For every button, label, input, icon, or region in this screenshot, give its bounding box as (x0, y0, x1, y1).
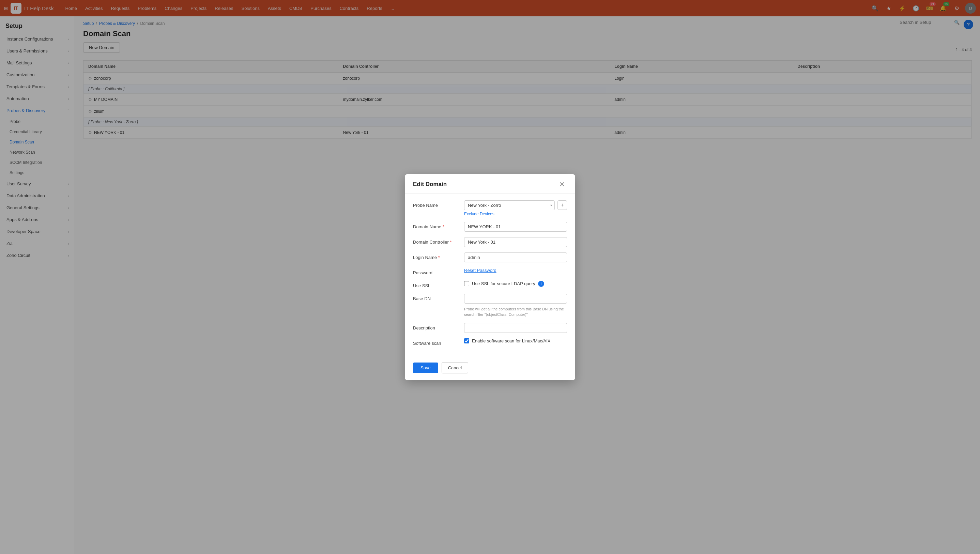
use-ssl-text: Use SSL for secure LDAP query (472, 281, 535, 286)
cancel-button[interactable]: Cancel (442, 362, 468, 373)
modal-overlay[interactable]: Edit Domain ✕ Probe Name New York - Zorr… (0, 0, 980, 554)
login-name-row: Login Name * (413, 253, 567, 262)
modal-title: Edit Domain (413, 181, 447, 188)
use-ssl-row: Use SSL Use SSL for secure LDAP query i (413, 281, 567, 288)
base-dn-row: Base DN Probe will get all the computers… (413, 294, 567, 318)
software-scan-row: Software scan Enable software scan for L… (413, 338, 567, 346)
modal-header: Edit Domain ✕ (405, 174, 575, 194)
domain-controller-row: Domain Controller * (413, 237, 567, 247)
probe-name-label: Probe Name (413, 201, 464, 208)
exclude-devices-link[interactable]: Exclude Devices (464, 212, 495, 217)
required-indicator: * (442, 224, 444, 229)
modal-close-button[interactable]: ✕ (557, 180, 567, 188)
use-ssl-label: Use SSL (413, 281, 464, 288)
software-scan-checkbox[interactable] (464, 338, 469, 344)
ssl-info-icon[interactable]: i (538, 281, 544, 287)
description-label: Description (413, 323, 464, 331)
required-indicator: * (438, 255, 440, 260)
reset-password-link[interactable]: Reset Password (464, 268, 496, 273)
domain-name-row: Domain Name * (413, 222, 567, 232)
probe-name-row: Probe Name New York - Zorro ▾ + Exclude … (413, 201, 567, 217)
domain-controller-input[interactable] (464, 237, 567, 247)
software-scan-label: Software scan (413, 338, 464, 346)
add-probe-button[interactable]: + (557, 201, 567, 210)
password-label: Password (413, 268, 464, 275)
login-name-label: Login Name * (413, 253, 464, 260)
save-button[interactable]: Save (413, 363, 438, 373)
domain-name-label: Domain Name * (413, 222, 464, 229)
password-row: Password Reset Password (413, 268, 567, 275)
base-dn-input[interactable] (464, 294, 567, 304)
software-scan-text: Enable software scan for Linux/Mac/AIX (472, 338, 550, 344)
use-ssl-checkbox[interactable] (464, 281, 469, 286)
probe-name-select[interactable]: New York - Zorro (464, 201, 555, 210)
modal-footer: Save Cancel (405, 358, 575, 380)
base-dn-hint: Probe will get all the computers from th… (464, 306, 567, 318)
required-indicator: * (450, 240, 452, 245)
edit-domain-modal: Edit Domain ✕ Probe Name New York - Zorr… (405, 174, 575, 380)
modal-body: Probe Name New York - Zorro ▾ + Exclude … (405, 194, 575, 358)
description-row: Description (413, 323, 567, 333)
domain-name-input[interactable] (464, 222, 567, 232)
description-input[interactable] (464, 323, 567, 333)
domain-controller-label: Domain Controller * (413, 237, 464, 245)
login-name-input[interactable] (464, 253, 567, 262)
base-dn-label: Base DN (413, 294, 464, 301)
